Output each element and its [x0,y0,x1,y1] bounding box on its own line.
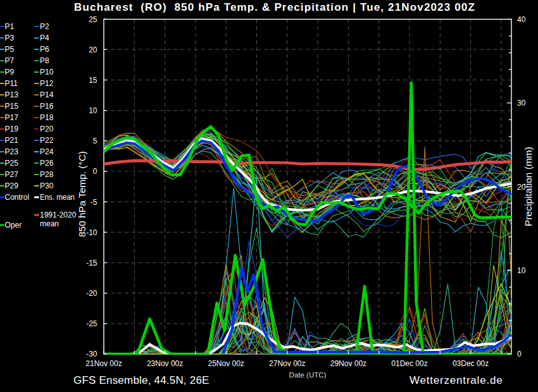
svg-text:P27: P27 [5,170,19,179]
svg-text:P29: P29 [5,181,19,190]
svg-text:P16: P16 [40,102,54,111]
svg-text:P17: P17 [5,113,19,122]
svg-text:P2: P2 [40,22,49,31]
svg-text:0: 0 [93,167,97,176]
svg-text:P19: P19 [5,125,19,133]
svg-text:25Nov 00z: 25Nov 00z [208,359,244,368]
svg-text:P7: P7 [5,56,15,65]
svg-text:P20: P20 [40,125,54,133]
svg-text:-5: -5 [91,198,97,207]
svg-text:P13: P13 [5,90,19,99]
svg-text:P21: P21 [5,136,19,145]
svg-text:P3: P3 [5,34,15,42]
svg-text:P28: P28 [40,170,54,179]
svg-text:Date (UTC): Date (UTC) [289,371,327,379]
svg-text:P9: P9 [5,68,15,77]
svg-text:5: 5 [93,137,97,145]
svg-text:P14: P14 [40,90,54,99]
svg-text:-20: -20 [86,289,97,298]
svg-text:15: 15 [89,76,97,85]
svg-text:850 hPa Temp. (°C): 850 hPa Temp. (°C) [77,151,87,237]
svg-text:0: 0 [517,350,522,358]
svg-text:1991-2020: 1991-2020 [40,211,77,219]
svg-text:P23: P23 [5,147,19,156]
svg-text:30: 30 [517,99,526,107]
svg-text:P1: P1 [5,22,15,31]
svg-text:Bucharest (RO) 850 hPa Temp.: Bucharest (RO) 850 hPa Temp. & Precipita… [74,1,475,13]
svg-text:Control: Control [5,193,30,202]
svg-text:23Nov 00z: 23Nov 00z [147,359,183,368]
svg-text:Ens. mean: Ens. mean [40,193,75,202]
svg-text:03Dec 00z: 03Dec 00z [453,359,489,368]
svg-text:P26: P26 [40,159,54,168]
svg-text:21Nov 00z: 21Nov 00z [85,359,122,368]
svg-text:mean: mean [40,219,59,228]
svg-text:P5: P5 [5,45,15,54]
svg-text:P30: P30 [40,181,54,190]
svg-text:P18: P18 [40,113,54,122]
svg-text:-25: -25 [86,319,97,328]
svg-text:Precipitation (mm): Precipitation (mm) [523,147,534,226]
svg-text:10: 10 [517,266,526,275]
svg-text:01Dec 00z: 01Dec 00z [391,359,427,368]
svg-text:40: 40 [517,15,526,24]
svg-text:P8: P8 [40,56,49,65]
svg-text:29Nov 00z: 29Nov 00z [330,359,366,368]
svg-text:P22: P22 [40,136,54,145]
svg-text:25: 25 [89,15,97,24]
svg-text:-10: -10 [86,228,97,237]
svg-text:P6: P6 [40,45,49,54]
svg-text:20: 20 [89,46,97,54]
svg-text:P24: P24 [40,147,54,156]
svg-text:-30: -30 [86,350,97,358]
svg-text:P11: P11 [5,79,18,88]
svg-text:P4: P4 [40,34,49,42]
svg-text:P25: P25 [5,159,19,168]
svg-text:P10: P10 [40,68,54,77]
svg-text:27Nov 00z: 27Nov 00z [269,359,305,368]
svg-text:GFS Ensemble, 44.5N, 26E: GFS Ensemble, 44.5N, 26E [73,374,210,386]
svg-text:P12: P12 [40,79,54,88]
svg-text:P15: P15 [5,102,19,111]
svg-text:-15: -15 [86,259,97,267]
svg-text:Oper: Oper [5,221,22,230]
svg-text:10: 10 [89,106,97,115]
svg-text:Wetterzentrale.de: Wetterzentrale.de [410,374,503,386]
